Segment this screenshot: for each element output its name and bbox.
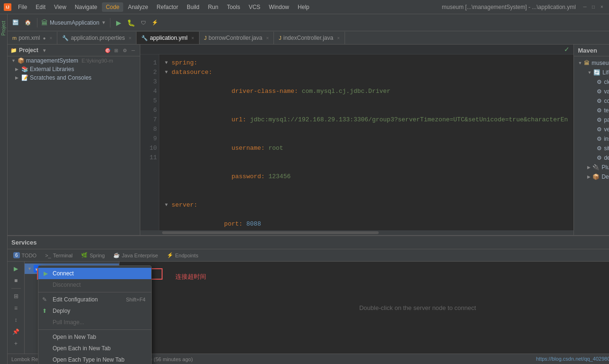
maven-verify[interactable]: ⚙verify [593, 125, 609, 134]
editor-scroll-thumb[interactable] [162, 231, 379, 234]
profile-btn[interactable]: ⚡ [150, 17, 160, 28]
java-enterprise-icon: ☕ [113, 252, 120, 258]
tab-close-borrowctrl[interactable]: × [266, 36, 269, 41]
tab-pom[interactable]: m pom.xml ● × [8, 32, 57, 44]
run-btn[interactable]: ▶ [114, 17, 123, 28]
btab-todo[interactable]: 6 TODO [9, 251, 40, 259]
tab-label-borrowctrl: borrowController.java [209, 35, 262, 41]
project-locate-icon[interactable]: 🎯 [104, 46, 111, 54]
tab-indexctrl[interactable]: J indexController.java × [274, 32, 345, 44]
maven-validate[interactable]: ⚙validate [593, 87, 609, 96]
tree-root-module[interactable]: ▼ 📦 managementSystem E:\lyking90-m [8, 56, 140, 65]
menu-code[interactable]: Code [102, 2, 123, 12]
editor-checkmark: ✓ [564, 46, 570, 53]
coverage-btn[interactable]: 🛡 [139, 17, 148, 28]
toolbar-back-btn[interactable]: 🔙 [10, 17, 21, 28]
svc-filter-btn[interactable]: ≡ [11, 303, 21, 313]
maven-root-label: museum [591, 60, 609, 66]
tree-scratches[interactable]: ▶ 📝 Scratches and Consoles [8, 73, 140, 82]
run-config-dropdown[interactable]: 🏛 MuseumApplication ▼ [41, 19, 106, 27]
menu-window[interactable]: Window [265, 2, 293, 12]
tab-close-appprops[interactable]: × [128, 36, 131, 41]
ctx-pull-image-label: Pull Image... [53, 319, 84, 326]
btab-spring[interactable]: 🌿 Spring [77, 251, 109, 259]
editor-horizontal-scrollbar[interactable] [140, 230, 573, 235]
ctx-open-new-tab[interactable]: Open in New Tab [38, 331, 151, 343]
ctx-pull-image[interactable]: Pull Image... [38, 317, 151, 328]
maven-dependencies-header[interactable]: ▶ 📦 Dependencies [583, 172, 609, 182]
project-tree: ▼ 📦 managementSystem E:\lyking90-m ▶ 📚 E… [8, 56, 140, 235]
tab-close-pom[interactable]: × [50, 36, 53, 41]
project-settings-icon[interactable]: ⚙ [121, 46, 128, 54]
ctx-deploy[interactable]: ⬆ Deploy [38, 305, 151, 317]
window-title: museum [...\managementSystem] - ...\appl… [442, 4, 576, 10]
svc-run-btn[interactable]: ▶ [11, 264, 21, 274]
blog-link[interactable]: https://blog.csdn.net/qq_40298002 [536, 356, 609, 362]
menu-refactor[interactable]: Refactor [153, 2, 182, 12]
services-toolbar: ▶ ■ ⊞ ≡ ↕ 📌 + [8, 262, 25, 354]
project-minimize-icon[interactable]: ─ [129, 46, 137, 54]
debug-btn[interactable]: 🐛 [125, 17, 137, 28]
maven-site[interactable]: ⚙site [593, 144, 609, 153]
tab-close-appyml[interactable]: × [191, 36, 194, 41]
ctx-disconnect[interactable]: Disconnect [38, 279, 151, 291]
svc-tree-btn[interactable]: ⊞ [11, 291, 21, 301]
code-line-8: ▼ server: [165, 200, 568, 210]
tree-external-libs[interactable]: ▶ 📚 External Libraries [8, 65, 140, 73]
btab-terminal[interactable]: >_ Terminal [41, 252, 76, 259]
ctx-open-each-type-new-tab[interactable]: Open Each Type in New Tab [38, 354, 151, 364]
menu-run[interactable]: Run [204, 2, 222, 12]
maven-package[interactable]: ⚙package [593, 115, 609, 125]
maven-lifecycle-header[interactable]: ▼ 🔄 Lifecycle [583, 68, 609, 77]
svc-stop-btn[interactable]: ■ [11, 275, 21, 286]
editor-content[interactable]: 12345 67891011 ▼ spring: ▼ datasource: [140, 55, 573, 230]
menu-build[interactable]: Build [183, 2, 203, 12]
menu-navigate[interactable]: Navigate [71, 2, 101, 12]
svc-sort-btn[interactable]: ↕ [11, 315, 21, 325]
menu-edit[interactable]: Edit [32, 2, 49, 12]
code-line-9: port: 8088 [165, 210, 568, 230]
menu-analyze[interactable]: Analyze [124, 2, 152, 12]
btab-java-enterprise[interactable]: ☕ Java Enterprise [109, 251, 162, 259]
ctx-connect-label: Connect [53, 270, 74, 277]
fold-arrow-2: ▼ [165, 68, 168, 77]
project-tab[interactable]: Project [0, 18, 7, 38]
menu-file[interactable]: File [14, 2, 31, 12]
close-button[interactable]: × [599, 4, 605, 10]
menu-vcs[interactable]: VCS [245, 2, 264, 12]
code-content[interactable]: ▼ spring: ▼ datasource: driver-class-nam… [159, 55, 573, 230]
project-expand-icon[interactable]: ⊞ [112, 46, 120, 54]
edit-config-icon: ✎ [42, 296, 47, 303]
validate-gear: ⚙ [597, 88, 602, 95]
project-dropdown-arrow[interactable]: ▼ [42, 48, 47, 53]
btab-java-enterprise-label: Java Enterprise [122, 253, 158, 258]
deploy-label: deploy [604, 155, 609, 161]
install-gear: ⚙ [597, 136, 602, 142]
maven-compile[interactable]: ⚙compile [593, 96, 609, 106]
maximize-button[interactable]: □ [590, 4, 597, 10]
menu-tools[interactable]: Tools [223, 2, 244, 12]
svc-pin-btn[interactable]: 📌 [11, 327, 21, 337]
minimize-button[interactable]: ─ [582, 4, 588, 10]
ctx-deploy-label: Deploy [53, 308, 70, 314]
maven-deploy[interactable]: ⚙deploy [593, 153, 609, 163]
maven-test[interactable]: ⚙test [593, 106, 609, 115]
ctx-open-each-new-tab[interactable]: Open Each in New Tab [38, 343, 151, 354]
toolbar-forward-btn[interactable]: 🏠 [23, 17, 33, 28]
ctx-connect[interactable]: ▶ Connect [38, 268, 151, 279]
maven-clean[interactable]: ⚙clean [593, 77, 609, 87]
ctx-edit-config[interactable]: ✎ Edit Configuration Shift+F4 [38, 294, 151, 305]
menu-view[interactable]: View [50, 2, 70, 12]
btab-endpoints[interactable]: ⚡ Endpoints [163, 251, 202, 259]
tab-appyml[interactable]: 🔧 application.yml × [136, 32, 199, 44]
svc-add-btn[interactable]: + [11, 338, 21, 349]
maven-plugins-header[interactable]: ▶ 🔌 Plugins [583, 163, 609, 172]
maven-install[interactable]: ⚙install [593, 134, 609, 144]
tab-appprops[interactable]: 🔧 application.properties × [57, 32, 136, 44]
menu-help[interactable]: Help [294, 2, 313, 12]
maven-museum-root[interactable]: ▼ 🏛 museum [574, 58, 609, 68]
tab-borrowctrl[interactable]: J borrowController.java × [200, 32, 274, 44]
tree-module-name: managementSystem [26, 57, 78, 64]
tab-close-indexctrl[interactable]: × [337, 36, 340, 41]
code-line-6: password: 123456 [165, 163, 568, 191]
